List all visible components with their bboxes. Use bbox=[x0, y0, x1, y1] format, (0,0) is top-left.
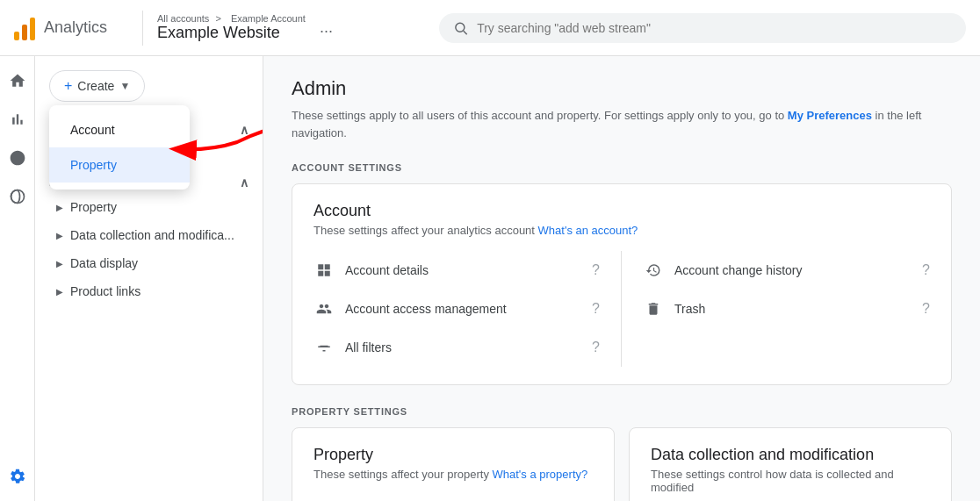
property-subtitle-text: These settings affect your property bbox=[313, 468, 493, 481]
breadcrumb-all-accounts[interactable]: All accounts bbox=[157, 13, 209, 24]
breadcrumb: All accounts > Example Account bbox=[157, 13, 309, 24]
search-bar[interactable] bbox=[439, 13, 966, 43]
breadcrumb-separator: > bbox=[215, 13, 220, 24]
whats-property-link[interactable]: What's a property? bbox=[493, 468, 588, 481]
all-filters-help-icon[interactable]: ? bbox=[592, 340, 600, 355]
rail-reports-icon[interactable] bbox=[0, 102, 35, 137]
svg-line-1 bbox=[464, 31, 467, 34]
account-access-label: Account access management bbox=[345, 302, 574, 316]
account-info: All accounts > Example Account Example W… bbox=[157, 13, 309, 42]
account-col-right: Account change history ? Trash ? bbox=[622, 251, 930, 367]
property-card-title: Property bbox=[313, 446, 593, 464]
account-history-label: Account change history bbox=[674, 263, 904, 277]
account-details-item[interactable]: Account details ? bbox=[313, 251, 600, 290]
account-settings-card: Account These settings affect your analy… bbox=[292, 183, 952, 385]
rail-home-icon[interactable] bbox=[0, 63, 35, 98]
account-name: Example Website bbox=[157, 24, 309, 42]
search-input[interactable] bbox=[477, 21, 952, 35]
logo-area: Analytics bbox=[14, 16, 107, 40]
property-settings-grid: Property These settings affect your prop… bbox=[292, 427, 952, 501]
topbar-divider bbox=[142, 11, 143, 46]
dropdown-account-item[interactable]: Account bbox=[49, 112, 190, 147]
trash-help-icon[interactable]: ? bbox=[922, 301, 930, 317]
search-icon bbox=[453, 20, 468, 36]
all-filters-item[interactable]: All filters ? bbox=[313, 328, 600, 367]
sidebar-property-label: Property bbox=[70, 200, 117, 214]
property-settings-section-label: PROPERTY SETTINGS bbox=[292, 406, 952, 417]
rail-settings-icon[interactable] bbox=[0, 459, 35, 494]
sidebar-data-display-label: Data display bbox=[70, 256, 138, 270]
data-collection-card: Data collection and modification These s… bbox=[629, 427, 952, 501]
account-access-item[interactable]: Account access management ? bbox=[313, 290, 600, 328]
sidebar-item-data-display[interactable]: ▶ Data display bbox=[35, 249, 263, 277]
more-options-button[interactable]: ... bbox=[320, 18, 333, 37]
svg-point-0 bbox=[456, 23, 465, 32]
sidebar-data-collection-label: Data collection and modifica... bbox=[70, 228, 234, 242]
trash-item[interactable]: Trash ? bbox=[643, 290, 930, 328]
account-details-label: Account details bbox=[345, 263, 574, 277]
main-layout: + Create ▼ Account Property Account sett… bbox=[0, 56, 980, 501]
rail-explore-icon[interactable] bbox=[0, 140, 35, 175]
sidebar-item-product-links[interactable]: ▶ Product links bbox=[35, 277, 263, 305]
whats-account-link[interactable]: What's an account? bbox=[538, 224, 638, 237]
account-access-help-icon[interactable]: ? bbox=[592, 301, 600, 317]
sidebar: + Create ▼ Account Property Account sett… bbox=[35, 56, 263, 501]
sidebar-item-property[interactable]: ▶ Property bbox=[35, 193, 263, 221]
sidebar-item-data-collection[interactable]: ▶ Data collection and modifica... bbox=[35, 221, 263, 249]
plus-icon: + bbox=[64, 78, 72, 94]
create-dropdown: Account Property bbox=[49, 105, 190, 190]
property-details-item[interactable]: Property details ? bbox=[313, 495, 593, 501]
account-subtitle-text: These settings affect your analytics acc… bbox=[313, 224, 538, 237]
data-collection-card-title: Data collection and modification bbox=[651, 446, 930, 464]
create-label: Create bbox=[77, 79, 114, 93]
trash-label: Trash bbox=[674, 302, 904, 316]
arrow-right-icon-5: ▶ bbox=[56, 287, 63, 297]
account-card-subtitle: These settings affect your analytics acc… bbox=[313, 224, 930, 237]
account-card-title: Account bbox=[313, 202, 930, 220]
account-settings-chevron: ∧ bbox=[240, 123, 249, 137]
logo-icon bbox=[14, 16, 35, 40]
rail-advertising-icon[interactable] bbox=[0, 179, 35, 214]
arrow-right-icon-4: ▶ bbox=[56, 259, 63, 268]
trash-icon bbox=[643, 298, 664, 319]
dropdown-property-item[interactable]: Property bbox=[49, 147, 190, 183]
account-access-icon bbox=[313, 298, 335, 319]
account-col-left: Account details ? Account access managem… bbox=[313, 251, 622, 367]
page-title: Admin bbox=[292, 77, 952, 100]
sidebar-product-links-label: Product links bbox=[70, 284, 141, 298]
account-details-icon bbox=[313, 260, 335, 281]
property-card: Property These settings affect your prop… bbox=[292, 427, 615, 501]
account-history-item[interactable]: Account change history ? bbox=[643, 251, 930, 290]
property-card-subtitle: These settings affect your property What… bbox=[313, 468, 593, 481]
topbar: Analytics All accounts > Example Account… bbox=[0, 0, 980, 56]
all-filters-label: All filters bbox=[345, 340, 574, 354]
admin-subtitle: These settings apply to all users of thi… bbox=[292, 107, 952, 141]
arrow-right-icon-2: ▶ bbox=[56, 203, 63, 212]
account-history-icon bbox=[643, 260, 664, 281]
account-details-help-icon[interactable]: ? bbox=[592, 262, 600, 278]
app-name: Analytics bbox=[44, 18, 107, 37]
data-collection-card-subtitle: These settings control how data is colle… bbox=[651, 468, 930, 494]
my-preferences-link[interactable]: My Preferences bbox=[788, 109, 872, 122]
arrow-right-icon-3: ▶ bbox=[56, 231, 63, 240]
icon-rail bbox=[0, 56, 35, 501]
subtitle-text-1: These settings apply to all users of thi… bbox=[292, 109, 788, 122]
all-filters-icon bbox=[313, 337, 335, 358]
chevron-down-icon: ▼ bbox=[119, 80, 130, 92]
create-button[interactable]: + Create ▼ bbox=[49, 70, 145, 102]
account-history-help-icon[interactable]: ? bbox=[922, 262, 930, 278]
main-content: Admin These settings apply to all users … bbox=[263, 56, 980, 501]
breadcrumb-account: Example Account bbox=[231, 13, 306, 24]
account-card-grid: Account details ? Account access managem… bbox=[313, 251, 930, 367]
account-settings-section-label: ACCOUNT SETTINGS bbox=[292, 162, 952, 173]
property-settings-chevron: ∧ bbox=[240, 175, 249, 190]
